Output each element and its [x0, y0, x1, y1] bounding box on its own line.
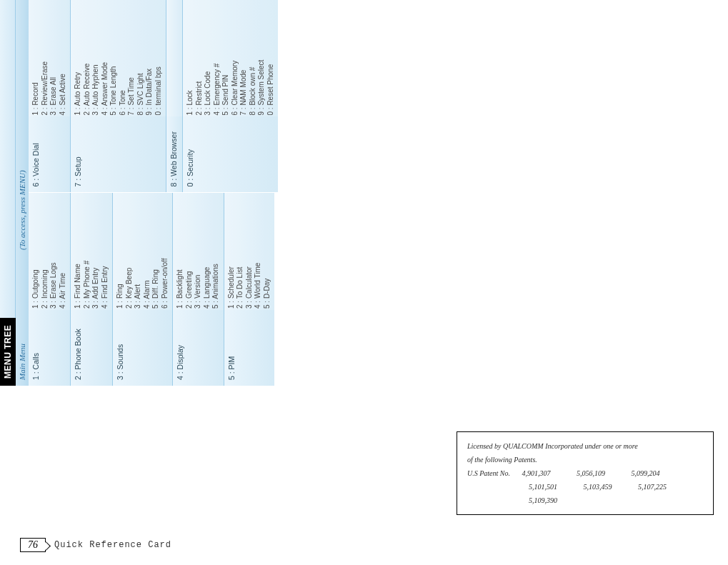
menu-item: 4 : Find Entry — [101, 196, 110, 309]
menu-item: 8 : SVC Light — [136, 3, 146, 116]
tab-spacer — [0, 0, 16, 318]
menu-column-left: 1 : Calls1 : Outgoing2 : Incoming3 : Era… — [29, 194, 278, 386]
menu-section-title: 4 : Display — [173, 310, 224, 386]
menu-item: 3 : Erase Logs — [49, 196, 59, 309]
patent-num: 5,109,390 — [529, 494, 582, 507]
patent-num: 5,107,225 — [638, 480, 691, 494]
menu-item: 3 : Alert — [134, 196, 143, 309]
menu-item: 0 : Reset Phone — [266, 3, 276, 116]
header-main-menu: Main Menu — [16, 253, 29, 386]
menu-section: 8 : Web Browser — [166, 0, 183, 193]
patent-row-3: 5,109,390 — [467, 494, 703, 507]
menu-item: 2 : To Do List — [236, 196, 245, 309]
menu-item: 1 : Find Name — [74, 196, 83, 309]
patent-row-1: U.S Patent No. 4,901,307 5,056,109 5,099… — [467, 466, 703, 480]
menu-section: 4 : Display1 : Backlight2 : Greeting3 : … — [173, 194, 224, 386]
menu-section-items: 1 : Record2 : Review/Erase3 : Erase All4… — [29, 0, 70, 117]
menu-section-title: 3 : Sounds — [113, 310, 172, 386]
menu-section-title: 1 : Calls — [29, 310, 70, 386]
patent-num: 4,901,307 — [522, 466, 575, 480]
menu-section: 0 : Security1 : Lock2 : Restrict3 : Lock… — [183, 0, 278, 193]
menu-item: 4 : Air Time — [59, 196, 68, 309]
menu-item: 9 : In Data/Fax — [145, 3, 154, 116]
menu-section: 5 : PIM1 : Scheduler2 : To Do List3 : Ca… — [224, 194, 275, 386]
menu-section-items: 1 : Outgoing2 : Incoming3 : Erase Logs4 … — [29, 194, 70, 311]
header-access-hint: (To access, press MENU) — [16, 0, 29, 253]
patent-num: 5,099,204 — [632, 466, 684, 480]
menu-item: 3 : Add Entry — [91, 196, 101, 309]
menu-item: 1 : Ring — [116, 196, 125, 309]
menu-item: 5 : D-Day — [263, 196, 272, 309]
menu-item: 2 : Review/Erase — [41, 3, 50, 116]
menu-item: 3 : Erase All — [49, 3, 59, 116]
menu-item: 1 : Backlight — [176, 196, 185, 309]
menu-section-title: 5 : PIM — [224, 310, 275, 386]
menu-tree-tab: MENU TREE — [0, 318, 16, 386]
patent-line-1: Licensed by QUALCOMM Incorporated under … — [467, 439, 703, 453]
page-number-badge: 76 — [20, 538, 46, 552]
menu-item: 6 : Power-on/off — [161, 196, 170, 309]
menu-section-items — [166, 0, 182, 117]
menu-item: 4 : Alarm — [143, 196, 152, 309]
menu-item: 7 : Set Time — [127, 3, 136, 116]
menu-item: 0 : terminal bps — [154, 3, 164, 116]
patent-num: 5,056,109 — [577, 466, 629, 480]
menu-item: 5 : Diff. Ring — [151, 196, 161, 309]
menu-item: 7 : NAM Mode — [239, 3, 249, 116]
menu-section: 1 : Calls1 : Outgoing2 : Incoming3 : Era… — [29, 194, 71, 386]
menu-item: 5 : Send PIN — [221, 3, 231, 116]
menu-item: 6 : Tone — [119, 3, 128, 116]
menu-item: 2 : Greeting — [185, 196, 194, 309]
menu-columns: 1 : Calls1 : Outgoing2 : Incoming3 : Era… — [29, 0, 278, 386]
menu-section-items: 1 : Ring2 : Key Beep3 : Alert4 : Alarm5 … — [113, 194, 172, 311]
tab-row: MENU TREE — [0, 0, 16, 386]
menu-item: 2 : My Phone # — [83, 196, 92, 309]
menu-section-title: 2 : Phone Book — [71, 310, 112, 386]
page-footer: 76 Quick Reference Card — [20, 538, 171, 552]
menu-item: 4 : Set Active — [59, 3, 68, 116]
menu-section-title: 0 : Security — [183, 117, 278, 193]
menu-section-items: 1 : Auto Retry2 : Auto Receive3 : Auto H… — [71, 0, 166, 117]
menu-item: 8 : Block own # — [249, 3, 258, 116]
footer-text: Quick Reference Card — [54, 540, 171, 550]
menu-section-items: 1 : Scheduler2 : To Do List3 : Calculato… — [224, 194, 275, 311]
menu-item: 3 : Calculator — [245, 196, 254, 309]
menu-item: 9 : System Select — [257, 3, 266, 116]
menu-item: 1 : Lock — [186, 3, 195, 116]
menu-item: 5 : Animations — [211, 196, 221, 309]
menu-section-items: 1 : Backlight2 : Greeting3 : Version4 : … — [173, 194, 224, 311]
menu-item: 6 : Clear Memory — [231, 3, 240, 116]
menu-section: 7 : Setup1 : Auto Retry2 : Auto Receive3… — [71, 0, 166, 193]
menu-section-items: 1 : Find Name2 : My Phone #3 : Add Entry… — [71, 194, 112, 311]
menu-item: 1 : Outgoing — [31, 196, 41, 309]
menu-item: 1 : Record — [31, 3, 41, 116]
menu-item: 2 : Restrict — [195, 3, 204, 116]
menu-section: 3 : Sounds1 : Ring2 : Key Beep3 : Alert4… — [113, 194, 173, 386]
menu-item: 1 : Scheduler — [227, 196, 236, 309]
patent-box: Licensed by QUALCOMM Incorporated under … — [457, 431, 714, 515]
menu-section: 2 : Phone Book1 : Find Name2 : My Phone … — [71, 194, 113, 386]
menu-item: 4 : Emergency # — [213, 3, 222, 116]
menu-item: 3 : Version — [194, 196, 203, 309]
menu-item: 5 : Tone Length — [109, 3, 119, 116]
menu-item: 2 : Key Beep — [125, 196, 134, 309]
menu-column-right: 6 : Voice Dial1 : Record2 : Review/Erase… — [29, 0, 278, 194]
menu-section-items: 1 : Lock2 : Restrict3 : Lock Code4 : Eme… — [183, 0, 278, 117]
menu-item: 2 : Auto Receive — [83, 3, 92, 116]
menu-item: 4 : Answer Mode — [101, 3, 110, 116]
menu-item: 3 : Auto Hyphen — [91, 3, 101, 116]
menu-item: 4 : World Time — [254, 196, 263, 309]
menu-section: 6 : Voice Dial1 : Record2 : Review/Erase… — [29, 0, 71, 193]
menu-item: 2 : Incoming — [41, 196, 50, 309]
header-row: Main Menu (To access, press MENU) — [16, 0, 29, 386]
patent-num: 5,103,459 — [584, 480, 637, 494]
patent-prefix: U.S Patent No. — [467, 466, 520, 480]
patent-num: 5,101,501 — [529, 480, 582, 494]
menu-item: 4 : Language — [203, 196, 212, 309]
patent-row-2: 5,101,501 5,103,459 5,107,225 — [467, 480, 703, 494]
menu-item: 1 : Auto Retry — [74, 3, 83, 116]
menu-section-title: 6 : Voice Dial — [29, 117, 70, 193]
menu-section-title: 8 : Web Browser — [166, 117, 182, 193]
patent-line-2: of the following Patents. — [467, 453, 703, 466]
menu-section-title: 7 : Setup — [71, 117, 166, 193]
